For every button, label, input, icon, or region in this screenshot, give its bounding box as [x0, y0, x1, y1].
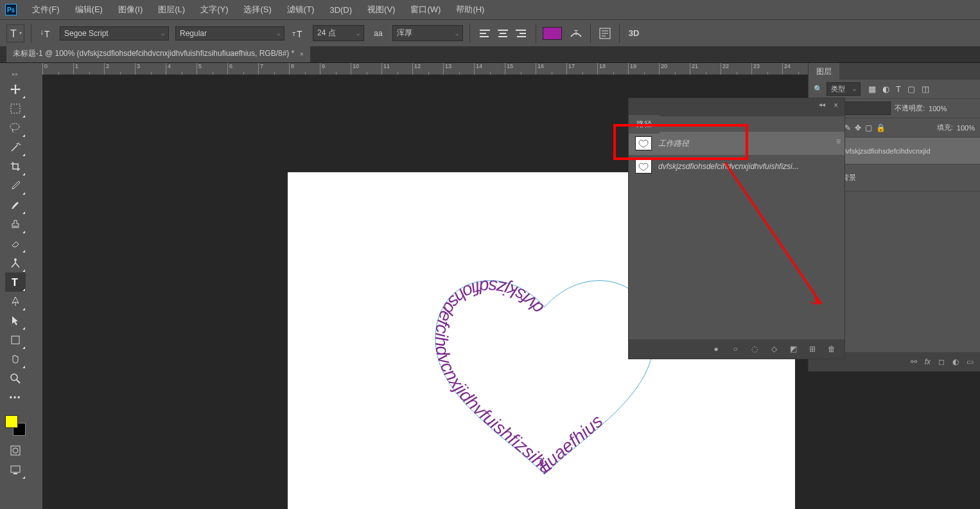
font-size-icon: TT — [291, 26, 306, 41]
menu-3d[interactable]: 3D(D) — [323, 3, 358, 17]
path-thumb — [635, 159, 652, 174]
align-group — [477, 26, 529, 40]
tools-panel: ▸▸ T ••• — [0, 63, 31, 509]
document-tab-bar: 未标题-1 @ 100% (dvfskjzsdfiohsdefcihdvcnxj… — [0, 46, 980, 63]
stamp-tool[interactable] — [5, 215, 26, 234]
fill-path-icon[interactable]: ● — [711, 344, 721, 354]
mask-icon[interactable]: ◻ — [938, 357, 945, 366]
menu-layer[interactable]: 图层(L) — [152, 1, 191, 18]
pen-tool[interactable] — [5, 292, 26, 311]
menu-window[interactable]: 窗口(W) — [404, 1, 447, 18]
color-picker[interactable] — [5, 415, 26, 436]
menu-filter[interactable]: 滤镜(T) — [281, 1, 321, 18]
toolbar-grip[interactable]: ▸▸ — [12, 71, 19, 77]
filter-smart-icon[interactable]: ◫ — [922, 84, 929, 94]
3d-icon[interactable]: 3D — [626, 26, 642, 41]
close-tab-icon[interactable]: × — [299, 50, 303, 58]
svg-marker-32 — [809, 296, 821, 305]
aa-value: 浑厚 — [397, 28, 412, 39]
lock-artboard-icon[interactable]: ▢ — [865, 123, 872, 132]
lock-move-icon[interactable]: ✥ — [855, 123, 861, 132]
aa-icon: aa — [371, 26, 386, 41]
panel-close-icon[interactable]: × — [834, 101, 838, 110]
foreground-color[interactable] — [5, 415, 18, 428]
filter-shape-icon[interactable]: ▢ — [907, 84, 915, 94]
svg-rect-19 — [11, 104, 20, 113]
path-to-selection-icon[interactable]: ◌ — [749, 344, 760, 354]
lasso-tool[interactable] — [5, 118, 26, 138]
brush-tool[interactable] — [5, 195, 26, 215]
svg-line-31 — [725, 163, 821, 304]
char-panel-icon[interactable] — [597, 26, 613, 41]
stroke-path-icon[interactable]: ○ — [730, 344, 740, 354]
options-bar: T ▾ ↓T Segoe Script⌵ Regular⌵ TT 24 点⌵ a… — [0, 19, 980, 46]
new-path-icon[interactable]: ⊞ — [807, 344, 818, 354]
path-name: 工作路径 — [658, 138, 689, 149]
vertical-ruler[interactable] — [31, 75, 42, 509]
opacity-value[interactable]: 100% — [929, 105, 947, 112]
magic-wand-tool[interactable] — [5, 138, 26, 157]
font-family-value: Segoe Script — [64, 29, 109, 38]
align-left-icon[interactable] — [477, 26, 493, 40]
layer-kind-dropdown[interactable]: 类型⌵ — [827, 82, 861, 96]
panel-collapse-icon[interactable]: ◂◂ — [819, 101, 825, 108]
text-color-swatch[interactable] — [543, 27, 562, 40]
menu-edit[interactable]: 编辑(E) — [69, 1, 109, 18]
menu-file[interactable]: 文件(F) — [26, 1, 66, 18]
warp-text-icon[interactable]: T — [568, 26, 584, 41]
filter-pixel-icon[interactable]: ▦ — [868, 84, 876, 94]
tool-preset-icon[interactable]: T ▾ — [6, 24, 24, 42]
svg-rect-28 — [11, 466, 20, 472]
panel-menu-icon[interactable]: ≡ — [836, 137, 841, 146]
gradient-tool[interactable] — [5, 253, 26, 272]
adjustment-icon[interactable]: ◐ — [952, 357, 959, 366]
svg-point-24 — [11, 374, 17, 380]
menu-select[interactable]: 选择(S) — [237, 1, 277, 18]
type-tool[interactable]: T — [5, 272, 26, 292]
group-icon[interactable]: ▭ — [967, 357, 974, 366]
font-size-dropdown[interactable]: 24 点⌵ — [313, 25, 364, 41]
fill-value[interactable]: 100% — [957, 124, 975, 132]
svg-rect-23 — [12, 336, 19, 344]
svg-text:T: T — [10, 28, 17, 39]
layers-tab[interactable]: 图层 — [809, 63, 839, 80]
align-right-icon[interactable] — [512, 26, 529, 40]
document-tab[interactable]: 未标题-1 @ 100% (dvfskjzsdfiohsdefcihdvcnxj… — [6, 44, 310, 62]
quick-mask-tool[interactable] — [5, 441, 26, 460]
hand-tool[interactable] — [5, 350, 26, 369]
menu-image[interactable]: 图像(I) — [112, 1, 149, 18]
zoom-tool[interactable] — [5, 369, 26, 388]
menu-type[interactable]: 文字(Y) — [194, 1, 234, 18]
paths-tab[interactable]: 路径 — [629, 115, 660, 134]
delete-path-icon[interactable]: 🗑 — [827, 344, 837, 354]
path-item-text[interactable]: dvfskjzsdfiohsdefcihdvcnxjidhvfuishfizsi… — [629, 155, 844, 178]
lock-position-icon[interactable]: ✎ — [844, 123, 851, 132]
align-center-icon[interactable] — [494, 26, 511, 40]
crop-tool[interactable] — [5, 157, 26, 176]
link-layers-icon[interactable]: ⚯ — [911, 357, 917, 366]
svg-text:T: T — [297, 29, 302, 39]
screen-mode-tool[interactable] — [5, 460, 26, 479]
move-tool[interactable] — [5, 80, 26, 99]
selection-to-path-icon[interactable]: ◇ — [769, 344, 779, 354]
more-tools[interactable]: ••• — [5, 388, 26, 407]
svg-point-20 — [10, 123, 19, 130]
font-style-dropdown[interactable]: Regular⌵ — [175, 26, 284, 40]
lock-all-icon[interactable]: 🔒 — [876, 123, 886, 132]
fx-icon[interactable]: fx — [925, 357, 931, 366]
eraser-tool[interactable] — [5, 234, 26, 253]
path-select-tool[interactable] — [5, 311, 26, 330]
font-family-dropdown[interactable]: Segoe Script⌵ — [60, 26, 169, 40]
aa-dropdown[interactable]: 浑厚⌵ — [392, 25, 463, 41]
add-mask-icon[interactable]: ◩ — [788, 344, 798, 354]
shapes-tool[interactable] — [5, 330, 26, 350]
svg-line-25 — [17, 380, 20, 383]
eyedropper-tool[interactable] — [5, 176, 26, 195]
menu-help[interactable]: 帮助(H) — [450, 1, 491, 18]
path-item-work[interactable]: 工作路径 — [629, 132, 844, 155]
filter-adjust-icon[interactable]: ◐ — [882, 84, 889, 94]
marquee-tool[interactable] — [5, 99, 26, 118]
text-orientation-icon[interactable]: ↓T — [38, 26, 53, 41]
filter-type-icon[interactable]: T — [896, 84, 901, 94]
menu-view[interactable]: 视图(V) — [361, 1, 401, 18]
